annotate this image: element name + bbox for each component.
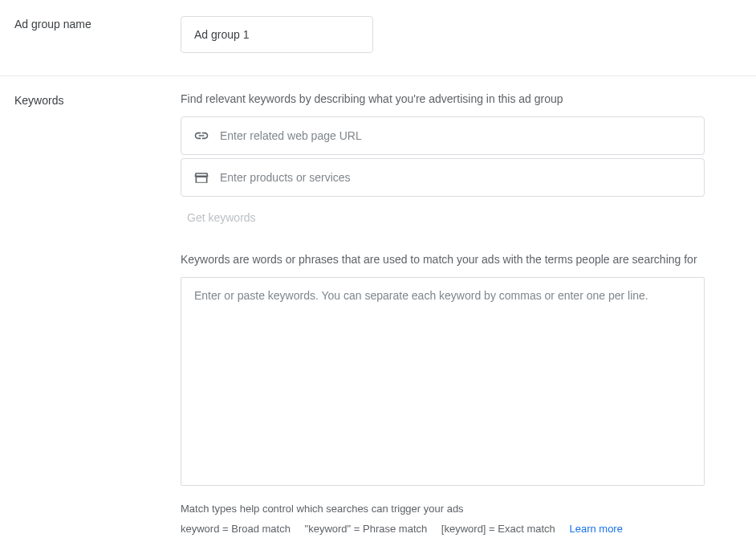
exact-match-text: [keyword] = Exact match <box>441 523 555 535</box>
keywords-hint: Find relevant keywords by describing wha… <box>181 92 705 105</box>
match-types-line2: keyword = Broad match "keyword" = Phrase… <box>181 519 705 540</box>
phrase-match-text: "keyword" = Phrase match <box>305 523 428 535</box>
keywords-label: Keywords <box>14 92 181 539</box>
keywords-body: Find relevant keywords by describing wha… <box>181 92 705 539</box>
match-types-helper: Match types help control which searches … <box>181 499 705 539</box>
url-input-wrapper[interactable] <box>181 116 705 155</box>
broad-match-text: keyword = Broad match <box>181 523 291 535</box>
keywords-textarea[interactable] <box>181 277 705 486</box>
products-input-wrapper[interactable] <box>181 158 705 197</box>
keywords-section: Keywords Find relevant keywords by descr… <box>0 76 756 554</box>
match-types-line1: Match types help control which searches … <box>181 499 705 519</box>
ad-group-name-input[interactable] <box>181 16 373 53</box>
ad-group-name-label: Ad group name <box>14 16 181 53</box>
link-icon <box>193 127 210 145</box>
ad-group-name-section: Ad group name <box>0 0 756 75</box>
storefront-icon <box>193 169 210 186</box>
learn-more-link[interactable]: Learn more <box>569 523 622 535</box>
keywords-description: Keywords are words or phrases that are u… <box>181 253 705 266</box>
get-keywords-button[interactable]: Get keywords <box>181 200 262 232</box>
products-services-input[interactable] <box>220 171 693 184</box>
ad-group-name-body <box>181 16 705 53</box>
related-url-input[interactable] <box>220 129 693 142</box>
